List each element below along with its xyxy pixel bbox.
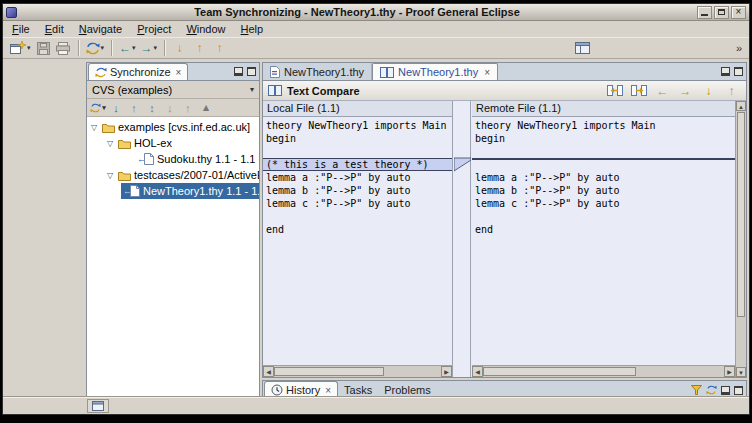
sync-modes-button[interactable]: ▾ [89, 100, 107, 116]
tree-item-holex[interactable]: ▽ HOL-ex [87, 135, 259, 151]
maximize-window-button[interactable] [714, 6, 729, 19]
perspective-button[interactable] [573, 39, 592, 58]
tab-newtheory1-editor[interactable]: NewTheory1.thy [263, 63, 372, 80]
copy-current-right-to-left-button[interactable]: ← [653, 82, 672, 99]
maximize-editor-icon[interactable] [734, 67, 743, 76]
expander-icon[interactable]: ▽ [105, 139, 115, 148]
tab-label: NewTheory1.thy [398, 66, 478, 78]
maximize-view-icon[interactable] [734, 386, 743, 395]
scroll-right-icon[interactable]: ▶ [441, 366, 452, 377]
next-difference-button[interactable]: ↓ [699, 82, 718, 99]
back-icon: ← [119, 42, 131, 54]
refresh-button[interactable] [706, 385, 717, 395]
tree-item-label: testcases/2007-01/ActiveEditorV [134, 169, 259, 181]
tree-item-newtheory1-selected[interactable]: ← NewTheory1.thy 1.1 - 1.1 (A [121, 183, 259, 199]
print-button[interactable] [54, 39, 73, 58]
bottom-view-controls [691, 385, 743, 395]
theory-file-icon [270, 66, 280, 78]
previous-difference-button[interactable]: ↑ [722, 82, 741, 99]
toolbar-overflow-button[interactable]: » [734, 42, 744, 54]
synchronize-button[interactable]: ▾ [84, 39, 107, 58]
tab-tasks[interactable]: Tasks [338, 381, 378, 398]
menu-window[interactable]: Window [186, 23, 225, 35]
expander-icon[interactable]: ▽ [89, 123, 99, 132]
expander-icon[interactable]: ▽ [105, 171, 115, 180]
tree-item-testcases[interactable]: ▽ testcases/2007-01/ActiveEditorV [87, 167, 259, 183]
next-change-button[interactable]: ↓ [170, 39, 189, 58]
commit-all-button[interactable]: ↑ [179, 100, 197, 116]
fast-view-button[interactable] [87, 399, 109, 413]
update-all-button[interactable]: ↓ [161, 100, 179, 116]
copy-all-right-to-left-button[interactable] [605, 82, 625, 99]
menu-file[interactable]: File [12, 23, 30, 35]
previous-change-icon: ↑ [197, 42, 203, 54]
local-pane[interactable]: Local File (1.1) theory NewTheory1 impor… [263, 101, 453, 377]
app-icon [6, 7, 17, 18]
scroll-right-icon[interactable]: ▶ [724, 366, 735, 377]
tree-item-examples[interactable]: ▽ examples [cvs.inf.ed.ac.uk] [87, 119, 259, 135]
save-button[interactable] [34, 39, 53, 58]
close-icon[interactable]: × [176, 67, 182, 78]
print-icon [56, 42, 70, 55]
code-line [475, 145, 732, 158]
back-button[interactable]: ← ▾ [117, 39, 138, 58]
outgoing-mode-button[interactable]: ↑ [125, 100, 143, 116]
tree-item-sudoku[interactable]: ← Sudoku.thy 1.1 - 1.1 (ASCII [87, 151, 259, 167]
remote-horizontal-scrollbar[interactable]: ◀ ▶ [472, 365, 735, 377]
tree-item-label: examples [cvs.inf.ed.ac.uk] [118, 121, 250, 133]
scroll-down-icon[interactable]: ▼ [736, 367, 746, 377]
dropdown-icon: ▾ [101, 44, 105, 52]
incoming-mode-button[interactable]: ↓ [107, 100, 125, 116]
minimize-icon [701, 14, 708, 16]
copy-current-left-to-right-button[interactable]: → [676, 82, 695, 99]
toolbar-separator [111, 40, 112, 56]
local-horizontal-scrollbar[interactable]: ◀ ▶ [263, 365, 452, 377]
remote-pane[interactable]: Remote File (1.1) theory NewTheory1 impo… [472, 101, 735, 377]
scrollbar-thumb[interactable] [274, 367, 384, 376]
both-mode-button[interactable]: ↕ [143, 100, 161, 116]
close-icon[interactable]: × [325, 385, 331, 396]
scroll-up-icon[interactable]: ▲ [736, 101, 746, 111]
save-icon [37, 42, 50, 55]
scroll-left-icon[interactable]: ◀ [263, 366, 274, 377]
tree-item-label: HOL-ex [134, 137, 172, 149]
titlebar: Team Synchronizing - NewTheory1.thy - Pr… [3, 4, 749, 21]
tab-problems[interactable]: Problems [378, 381, 436, 398]
tab-synchronize[interactable]: Synchronize × [88, 63, 188, 80]
tree-item-label: Sudoku.thy 1.1 - 1.1 (ASCII [157, 153, 259, 165]
minimize-editor-icon[interactable] [721, 67, 730, 76]
minimize-view-icon[interactable] [234, 67, 243, 76]
minimize-view-icon[interactable] [721, 386, 730, 395]
tab-newtheory1-compare[interactable]: NewTheory1.thy × [372, 63, 498, 80]
synchronize-view-icon [95, 67, 107, 78]
close-window-button[interactable]: × [731, 6, 746, 19]
scroll-left-icon[interactable]: ◀ [472, 366, 483, 377]
tab-label: History [286, 384, 320, 396]
menu-project[interactable]: Project [137, 23, 171, 35]
folder-icon [102, 122, 115, 133]
vertical-scrollbar[interactable]: ▲ ▼ [735, 101, 746, 377]
forward-button[interactable]: → ▾ [139, 39, 160, 58]
last-edit-location-button[interactable]: ↑ [210, 39, 229, 58]
minimize-window-button[interactable] [697, 6, 712, 19]
close-icon[interactable]: × [484, 67, 490, 78]
tab-history[interactable]: History × [264, 381, 338, 398]
remote-code[interactable]: theory NewTheory1 imports Main begin lem… [472, 117, 735, 365]
menu-navigate[interactable]: Navigate [79, 23, 122, 35]
menu-edit[interactable]: Edit [45, 23, 64, 35]
next-difference-icon: ↓ [706, 85, 712, 97]
scrollbar-thumb[interactable] [737, 112, 745, 317]
collapse-all-button[interactable]: ▴ [197, 100, 215, 116]
scrollbar-thumb[interactable] [483, 367, 636, 376]
previous-change-button[interactable]: ↑ [190, 39, 209, 58]
copy-all-left-to-right-button[interactable] [629, 82, 649, 99]
maximize-view-icon[interactable] [247, 67, 256, 76]
filter-button[interactable] [691, 385, 702, 395]
outgoing-mode-icon: ↑ [131, 102, 137, 114]
diff-connector [454, 101, 471, 401]
folder-icon [118, 138, 131, 149]
participant-selector[interactable]: CVS (examples) ▾ [87, 81, 259, 99]
menu-help[interactable]: Help [241, 23, 264, 35]
new-wizard-button[interactable]: ▾ [8, 39, 33, 58]
local-code[interactable]: theory NewTheory1 imports Main begin (* … [263, 117, 452, 365]
